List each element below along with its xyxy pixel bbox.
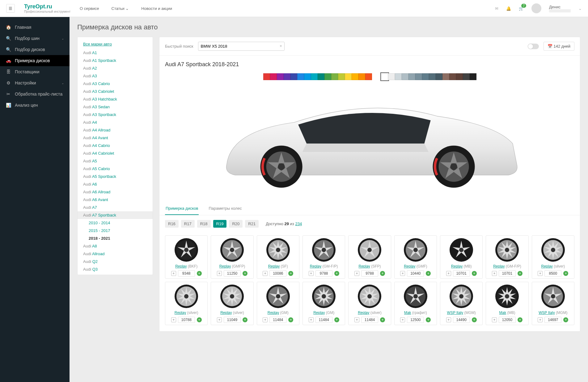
- wheel-card[interactable]: Replay (silver)+11484+: [348, 282, 391, 325]
- add-icon[interactable]: +: [426, 271, 431, 276]
- year-item[interactable]: 2010 - 2014: [78, 219, 153, 227]
- color-swatch[interactable]: [429, 73, 436, 80]
- nav-0[interactable]: О сервисе: [80, 6, 99, 11]
- model-item[interactable]: Audi A5 Sportback: [78, 173, 153, 180]
- wheel-brand[interactable]: Replay: [404, 264, 415, 268]
- add-icon[interactable]: +: [334, 317, 339, 322]
- wheel-card[interactable]: Replay (GMFP)+11250+: [211, 235, 253, 279]
- color-swatch[interactable]: [456, 73, 463, 80]
- expand-icon[interactable]: +: [309, 271, 314, 276]
- size-button[interactable]: R21: [245, 220, 259, 228]
- color-swatch[interactable]: [463, 73, 470, 80]
- add-icon[interactable]: +: [197, 271, 202, 276]
- wheel-card[interactable]: Replay (silver)+11049+: [211, 282, 253, 325]
- color-swatch[interactable]: [263, 73, 270, 80]
- color-swatch[interactable]: [415, 73, 422, 80]
- model-item[interactable]: Audi A4 Cabriolet: [78, 149, 153, 157]
- wheel-brand[interactable]: Replay: [358, 264, 370, 268]
- wheel-card[interactable]: Replay (MB)+10701+: [440, 235, 483, 279]
- model-item[interactable]: Audi Q5: [78, 273, 153, 275]
- wheel-brand[interactable]: Replay: [358, 311, 369, 315]
- chevron-down-icon[interactable]: ⌄: [578, 6, 582, 11]
- wheel-brand[interactable]: Replay: [451, 264, 463, 268]
- model-item[interactable]: Audi A3 Hatchback: [78, 95, 153, 103]
- color-swatch[interactable]: [338, 73, 345, 80]
- add-icon[interactable]: +: [380, 271, 385, 276]
- model-item[interactable]: Audi A8: [78, 242, 153, 250]
- add-icon[interactable]: +: [288, 271, 293, 276]
- wheel-brand[interactable]: Replay: [175, 311, 186, 315]
- sidebar-Подбор дисков[interactable]: 🔍Подбор дисков: [0, 44, 70, 55]
- color-swatch[interactable]: [270, 73, 277, 80]
- color-swatch[interactable]: [331, 73, 338, 80]
- size-button[interactable]: R19: [213, 220, 227, 228]
- color-swatch[interactable]: [311, 73, 318, 80]
- model-item[interactable]: Audi A3 Cabriolet: [78, 88, 153, 95]
- color-swatch[interactable]: [297, 73, 304, 80]
- color-swatch[interactable]: [318, 73, 324, 80]
- model-item[interactable]: Audi A4 Cabrio: [78, 142, 153, 149]
- logo[interactable]: TyreOpt.ru Профессиональный инструмент: [24, 3, 70, 13]
- sidebar-Главная[interactable]: 🏠Главная: [0, 22, 70, 33]
- wheel-card[interactable]: Replay (SF)+10086+: [257, 235, 299, 279]
- model-item[interactable]: Audi Q2: [78, 258, 153, 265]
- expand-icon[interactable]: +: [263, 271, 268, 276]
- expand-icon[interactable]: +: [492, 317, 497, 322]
- wheel-brand[interactable]: Mak: [499, 311, 506, 315]
- expand-icon[interactable]: +: [171, 317, 176, 322]
- wheel-card[interactable]: Replay (GM)+11484+: [302, 282, 345, 325]
- model-item[interactable]: Audi A7 Sportback: [78, 211, 153, 219]
- add-icon[interactable]: +: [472, 271, 477, 276]
- model-item[interactable]: Audi A3: [78, 72, 153, 80]
- size-button[interactable]: R18: [197, 220, 211, 228]
- sidebar-Анализ цен[interactable]: 📊Анализ цен: [0, 100, 70, 111]
- color-swatch[interactable]: [436, 73, 442, 80]
- sidebar-Примерка дисков[interactable]: 🚗Примерка дисков: [0, 55, 70, 66]
- color-swatch[interactable]: [358, 73, 365, 80]
- expand-icon[interactable]: +: [400, 271, 405, 276]
- add-icon[interactable]: +: [243, 317, 247, 322]
- model-item[interactable]: Audi A3 Sedan: [78, 103, 153, 111]
- add-icon[interactable]: +: [563, 271, 568, 276]
- model-item[interactable]: Audi Allroad: [78, 250, 153, 258]
- all-brands-link[interactable]: Все марки авто: [78, 42, 153, 49]
- color-swatch[interactable]: [324, 73, 331, 80]
- wheel-brand[interactable]: Replay: [175, 264, 187, 268]
- wheel-brand[interactable]: Replay: [313, 311, 325, 315]
- sidebar-Поставщики[interactable]: 🗄Поставщики: [0, 66, 70, 77]
- tab[interactable]: Примерка дисков: [165, 202, 199, 215]
- model-item[interactable]: Audi A4 Avant: [78, 134, 153, 142]
- expand-icon[interactable]: +: [263, 317, 268, 322]
- wheel-card[interactable]: Replay (BKF)+9348+: [165, 235, 208, 279]
- total-link[interactable]: 234: [295, 221, 302, 226]
- expand-icon[interactable]: +: [354, 271, 359, 276]
- hamburger-menu[interactable]: ☰: [6, 4, 15, 13]
- color-swatch[interactable]: [352, 73, 358, 80]
- color-swatch[interactable]: [277, 73, 284, 80]
- wheel-card[interactable]: Replay (GMF)+10440+: [394, 235, 437, 279]
- expand-icon[interactable]: +: [446, 317, 451, 322]
- color-swatch[interactable]: [395, 73, 402, 80]
- color-swatch[interactable]: [408, 73, 415, 80]
- add-icon[interactable]: +: [334, 271, 339, 276]
- mail-icon[interactable]: ✉: [495, 6, 498, 11]
- expand-icon[interactable]: +: [309, 317, 314, 322]
- wheel-brand[interactable]: Mak: [404, 311, 411, 315]
- color-swatch[interactable]: [365, 73, 372, 80]
- model-item[interactable]: Audi A5: [78, 157, 153, 165]
- year-item[interactable]: 2015 - 2017: [78, 227, 153, 234]
- color-swatch[interactable]: [345, 73, 352, 80]
- add-icon[interactable]: +: [197, 317, 202, 322]
- tab[interactable]: Параметры колес: [208, 202, 242, 215]
- size-button[interactable]: R16: [165, 220, 179, 228]
- size-button[interactable]: R17: [181, 220, 195, 228]
- model-item[interactable]: Audi Q3: [78, 265, 153, 273]
- size-button[interactable]: R20: [229, 220, 243, 228]
- wheel-brand[interactable]: WSP Italy: [447, 311, 463, 315]
- add-icon[interactable]: +: [472, 317, 477, 322]
- model-item[interactable]: Audi A7: [78, 204, 153, 211]
- bell-icon[interactable]: 🔔: [506, 6, 511, 11]
- expand-icon[interactable]: +: [217, 271, 222, 276]
- color-swatch[interactable]: [470, 73, 476, 80]
- model-item[interactable]: Audi A1 Sportback: [78, 57, 153, 64]
